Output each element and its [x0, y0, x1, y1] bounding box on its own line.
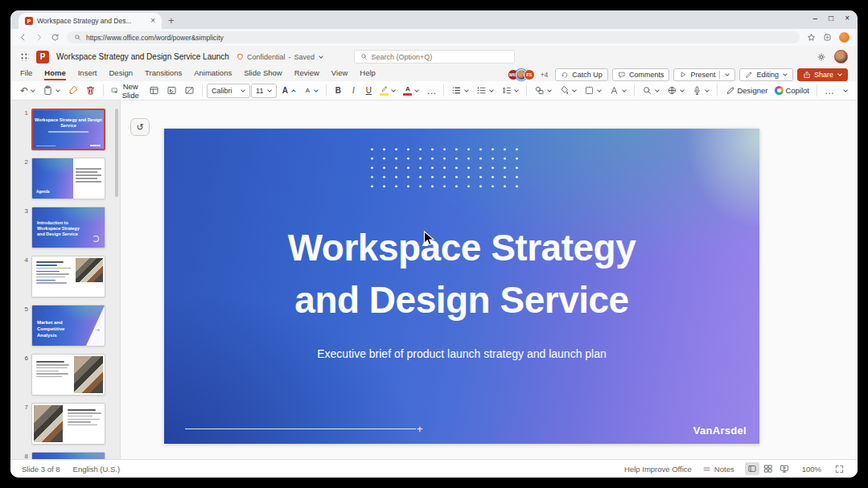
help-improve-office-link[interactable]: Help Improve Office [624, 465, 692, 474]
normal-view-button[interactable] [745, 462, 759, 475]
font-size-select[interactable]: 11 [251, 84, 277, 98]
search-box[interactable] [354, 50, 515, 64]
more-commands-button[interactable]: … [821, 83, 837, 99]
language-selector[interactable]: English (U.S.) [73, 465, 121, 474]
powerpoint-logo[interactable]: P [36, 51, 49, 64]
save-status[interactable]: Saved [294, 53, 315, 61]
slide-thumbnail-5[interactable]: Market and Competitive Analysis → [31, 305, 105, 347]
collapse-ribbon-button[interactable] [839, 83, 851, 99]
bullets-button[interactable] [448, 83, 472, 99]
menu-file[interactable]: File [20, 68, 32, 80]
slide-canvas[interactable]: ↺ Workspace Strategy and Design Service … [121, 100, 858, 459]
slide-thumbnail-2[interactable]: Agenda [31, 158, 105, 199]
share-button[interactable]: Share [797, 68, 848, 81]
fit-slide-to-window-button[interactable] [832, 462, 846, 475]
layout-button[interactable] [146, 83, 162, 99]
search-icon [360, 53, 368, 60]
browser-window: P Workspace Strategy and Des... × + – □ … [10, 10, 858, 478]
window-controls: – □ × [813, 14, 849, 23]
dictate-button[interactable] [689, 83, 713, 99]
grow-font-button[interactable]: A [278, 83, 299, 99]
font-name-select[interactable]: Calibri [207, 84, 250, 98]
browser-tab[interactable]: P Workspace Strategy and Des... × [19, 13, 162, 29]
numbering-button[interactable] [473, 83, 497, 99]
underline-button[interactable]: U [361, 83, 376, 99]
menu-slide-show[interactable]: Slide Show [244, 68, 282, 80]
back-icon[interactable] [19, 33, 27, 42]
font-color-button[interactable]: A [400, 83, 422, 99]
menu-view[interactable]: View [331, 68, 348, 80]
line-spacing-button[interactable] [498, 83, 522, 99]
slide-sorter-view-button[interactable] [761, 462, 775, 475]
bold-button[interactable]: B [331, 83, 345, 99]
find-button[interactable] [639, 83, 663, 99]
maximize-button[interactable]: □ [829, 14, 833, 23]
italic-button[interactable]: I [346, 83, 360, 99]
present-button[interactable]: Present [673, 68, 735, 81]
replay-button[interactable]: ↺ [130, 118, 150, 136]
menu-transitions[interactable]: Transitions [145, 68, 182, 80]
hide-slide-button[interactable] [181, 83, 198, 99]
shrink-font-button[interactable]: A [300, 83, 322, 99]
sensitivity-label[interactable]: Confidential - Saved [237, 53, 323, 61]
more-font-options-button[interactable]: … [423, 83, 439, 99]
menu-home[interactable]: Home [44, 68, 65, 80]
browser-profile-avatar[interactable] [839, 32, 849, 43]
shape-outline-button[interactable] [581, 83, 605, 99]
slide-thumbnail-7[interactable] [31, 403, 105, 445]
reset-slide-button[interactable] [163, 83, 180, 99]
comments-button[interactable]: Comments [612, 68, 670, 81]
menu-help[interactable]: Help [360, 68, 376, 80]
new-slide-button[interactable]: New Slide [108, 83, 145, 99]
menu-insert[interactable]: Insert [78, 68, 97, 80]
highlight-color-button[interactable] [376, 83, 399, 99]
tab-close-icon[interactable]: × [150, 17, 155, 25]
slide-thumbnail-6[interactable] [31, 354, 105, 396]
search-input[interactable] [372, 53, 500, 61]
delete-button[interactable] [82, 83, 99, 99]
slide-title-textbox[interactable]: Workspace Strategy and Design Service [164, 222, 759, 327]
translate-button[interactable] [664, 83, 688, 99]
menu-design[interactable]: Design [109, 68, 133, 80]
minimize-button[interactable]: – [813, 14, 818, 23]
url-bar[interactable]: https://www.office.com/word/power&simpli… [67, 31, 800, 43]
slide-indicator[interactable]: Slide 3 of 8 [22, 465, 60, 474]
app-launcher-icon[interactable] [20, 52, 29, 61]
settings-gear-icon[interactable] [817, 52, 826, 62]
slide-thumbnail-4[interactable] [31, 256, 105, 297]
paste-button[interactable] [39, 83, 64, 99]
share-icon [803, 71, 811, 79]
extensions-icon[interactable] [823, 33, 832, 42]
thumbnail-row-2: 2 Agenda [22, 158, 120, 199]
catch-up-button[interactable]: Catch Up [555, 68, 608, 81]
undo-button[interactable]: ↶ [17, 83, 39, 99]
format-painter-button[interactable] [64, 83, 81, 99]
slide-subtitle-textbox[interactable]: Executive brief of product launch strate… [164, 347, 759, 360]
designer-button[interactable]: Designer [722, 83, 771, 99]
slideshow-view-button[interactable] [777, 462, 792, 475]
vanarsdel-logo: VanArsdel [693, 424, 747, 437]
editing-mode-button[interactable]: Editing [739, 68, 793, 81]
slide-thumbnail-8[interactable] [31, 452, 105, 459]
presence-overflow-count[interactable]: +4 [541, 71, 549, 79]
reload-icon[interactable] [51, 33, 60, 42]
thumbnail-scrollbar[interactable] [115, 109, 118, 197]
slide-thumbnail-3[interactable]: Introduction to Workspace Strategy and D… [31, 207, 105, 248]
shapes-button[interactable] [531, 83, 555, 99]
copilot-button[interactable]: Copilot [771, 83, 812, 99]
forward-icon[interactable] [35, 33, 43, 42]
text-effects-button[interactable] [606, 83, 630, 99]
slide-editor-surface[interactable]: Workspace Strategy and Design Service Ex… [164, 129, 759, 444]
menu-animations[interactable]: Animations [194, 68, 232, 80]
menu-review[interactable]: Review [294, 68, 319, 80]
new-tab-button[interactable]: + [168, 14, 175, 27]
avatar[interactable]: FS [524, 69, 535, 80]
notes-toggle[interactable]: Notes [702, 465, 734, 474]
slide-thumbnail-1[interactable]: Workspace Strategy and Design Service [31, 109, 105, 150]
zoom-level[interactable]: 100% [802, 465, 821, 474]
close-button[interactable]: × [845, 14, 849, 23]
account-avatar[interactable] [834, 50, 848, 64]
bookmark-star-icon[interactable] [807, 33, 816, 42]
document-title[interactable]: Workspace Strategy and Design Service La… [56, 52, 229, 61]
shape-fill-button[interactable] [556, 83, 580, 99]
